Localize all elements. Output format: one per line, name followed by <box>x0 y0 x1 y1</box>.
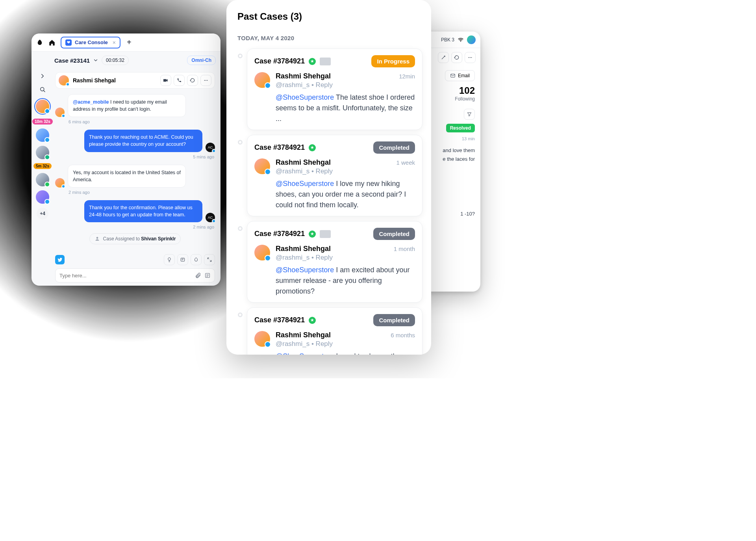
sla-badge-yellow: 5m 32s <box>33 163 52 169</box>
svg-point-7 <box>460 41 461 42</box>
case-card[interactable]: Case #3784921 ★ Completed Rashmi Shehgal… <box>247 221 422 303</box>
status-resolved: Resolved <box>446 124 475 132</box>
svg-point-0 <box>41 87 44 91</box>
more-icon[interactable] <box>200 75 211 86</box>
case-card[interactable]: Case #3784921 ★ Completed Rashmi Shehgal… <box>247 135 422 216</box>
case-header-row: Case #3784921 ★ Completed <box>254 228 415 240</box>
svg-point-3 <box>207 80 208 81</box>
status-badge: In Progress <box>371 55 415 67</box>
conversation-avatar[interactable] <box>36 128 49 142</box>
tab-care-console[interactable]: ❤ Care Console × <box>61 37 120 48</box>
star-icon: ★ <box>309 144 316 151</box>
conversation-avatar[interactable] <box>36 190 49 204</box>
status-badge: Completed <box>373 314 415 326</box>
home-icon[interactable] <box>46 37 57 48</box>
chevron-right-icon[interactable] <box>38 71 47 81</box>
author-name: Rashmi Shehgal12min <box>276 72 415 80</box>
mention[interactable]: @ShoeSuperstore <box>276 266 334 274</box>
chevron-down-icon[interactable] <box>93 58 98 63</box>
user-avatar[interactable] <box>467 35 476 44</box>
author-handle[interactable]: @rashmi_s • Reply <box>276 81 415 89</box>
message-input[interactable] <box>55 268 215 283</box>
panel-title: Past Cases (3) <box>237 11 422 22</box>
svg-point-9 <box>470 57 471 58</box>
contact-avatar <box>59 75 69 86</box>
active-conversation-avatar[interactable] <box>34 98 51 115</box>
author-name: Rashmi Shehgal6 months <box>276 331 415 339</box>
refresh-icon[interactable] <box>187 75 198 86</box>
suggest-icon[interactable] <box>164 254 175 265</box>
svg-point-10 <box>471 57 472 58</box>
template-icon[interactable] <box>204 272 211 279</box>
timeline-dot-icon <box>238 312 243 317</box>
email-button[interactable]: Email <box>445 70 475 81</box>
chat-header: Rashmi Shehgal <box>55 72 215 89</box>
case-body: Rashmi Shehgal1 month @rashmi_s • Reply … <box>254 245 415 297</box>
message-input-field[interactable] <box>59 273 192 279</box>
timeline-dot-icon <box>238 226 243 231</box>
twitter-channel-icon[interactable] <box>55 255 65 264</box>
search-icon[interactable] <box>38 85 47 94</box>
thumbnail-icon <box>320 58 331 65</box>
author-handle[interactable]: @rashmi_s • Reply <box>276 254 415 262</box>
mention[interactable]: @ShoeSuperstore <box>276 93 334 101</box>
svg-point-4 <box>96 237 98 239</box>
expand-icon[interactable] <box>204 254 215 265</box>
case-preview: @ShoeSuperstore The latest shoe I ordere… <box>276 92 415 124</box>
close-tab-icon[interactable]: × <box>113 39 116 46</box>
top-bar: ❤ Care Console × + <box>32 33 220 52</box>
age-label: 1 week <box>396 159 415 166</box>
avatar-icon <box>254 158 270 174</box>
author-name: Rashmi Shehgal1 month <box>276 245 415 253</box>
author-handle[interactable]: @rashmi_s • Reply <box>276 340 415 348</box>
timeline-dot-icon <box>238 140 243 145</box>
author-handle[interactable]: @rashmi_s • Reply <box>276 167 415 175</box>
elapsed-timer: 00:05:32 <box>102 56 129 65</box>
filter-icon[interactable] <box>464 109 475 120</box>
contact-name: Rashmi Shehgal <box>73 77 116 84</box>
case-preview: @ShoeSuperstore I am excited about your … <box>276 265 415 297</box>
status-badge: Completed <box>373 228 415 240</box>
timeline-dot-icon <box>238 54 243 58</box>
attach-icon[interactable] <box>195 272 201 279</box>
wand-icon[interactable] <box>438 52 449 63</box>
leaf-icon[interactable] <box>191 254 202 265</box>
case-header-row: Case #3784921 ★ In Progress <box>254 55 415 67</box>
mention[interactable]: @ShoeSuperstore <box>276 180 334 188</box>
message-bubble: Yes, my account is located in the United… <box>68 165 186 188</box>
case-card[interactable]: Case #3784921 ★ Completed Rashmi Shehgal… <box>247 307 422 355</box>
agent-avatar-icon: AC <box>206 143 215 152</box>
age-label: 1 month <box>394 245 415 252</box>
star-icon: ★ <box>309 317 316 324</box>
more-conversations[interactable]: +4 <box>37 208 48 219</box>
message-timestamp: 2 mins ago <box>69 190 215 195</box>
date-heading: TODAY, MAY 4 2020 <box>237 35 422 41</box>
conversation-avatar[interactable] <box>36 146 49 159</box>
macro-icon[interactable] <box>177 254 188 265</box>
message-timestamp: 2 mins ago <box>55 225 214 229</box>
voice-call-icon[interactable] <box>174 75 185 86</box>
heart-icon: ❤ <box>65 39 72 46</box>
svg-point-2 <box>206 80 206 81</box>
case-body: Rashmi Shehgal1 week @rashmi_s • Reply @… <box>254 158 415 210</box>
refresh-icon[interactable] <box>451 52 462 63</box>
past-cases-panel: Past Cases (3) TODAY, MAY 4 2020 Case #3… <box>226 0 431 355</box>
case-body: Rashmi Shehgal12min @rashmi_s • Reply @S… <box>254 72 415 124</box>
avatar-icon <box>55 108 65 117</box>
more-icon[interactable] <box>465 52 476 63</box>
conversation-avatar[interactable] <box>36 173 49 186</box>
case-card[interactable]: Case #3784921 ★ In Progress Rashmi Shehg… <box>247 48 422 130</box>
agent-avatar-icon: AC <box>206 213 215 222</box>
message-timestamp: 5 mins ago <box>55 154 214 159</box>
mention[interactable]: @ShoeSuperstore <box>276 352 334 355</box>
svg-point-1 <box>204 80 205 81</box>
tab-label: Care Console <box>75 39 108 45</box>
omni-channel-button[interactable]: Omni-Ch <box>187 56 216 65</box>
sla-badge-red: 10m 32s <box>32 119 52 125</box>
case-body: Rashmi Shehgal6 months @rashmi_s • Reply… <box>254 331 415 355</box>
case-id[interactable]: Case #23141 <box>54 57 90 64</box>
svg-rect-5 <box>181 258 184 261</box>
video-call-icon[interactable] <box>160 75 171 86</box>
status-badge: Completed <box>373 141 415 154</box>
add-tab-icon[interactable]: + <box>124 38 135 47</box>
